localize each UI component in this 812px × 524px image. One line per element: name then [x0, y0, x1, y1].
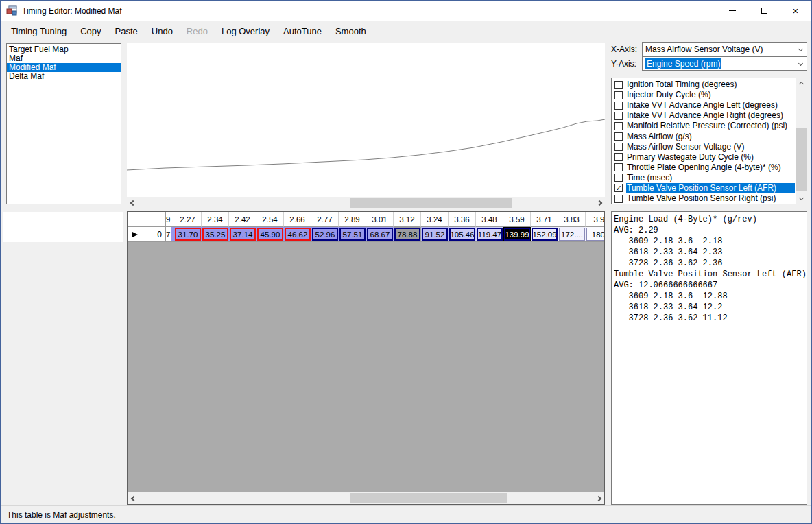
x-axis-value: Mass Airflow Sensor Voltage (V): [645, 45, 763, 54]
x-axis-combobox[interactable]: Mass Airflow Sensor Voltage (V): [642, 42, 807, 56]
param-item-intake-vvt-advance-angle-right-degrees[interactable]: Intake VVT Advance Angle Right (degrees): [613, 110, 795, 121]
table-scroll-right-icon[interactable]: [593, 492, 604, 504]
param-item-tumble-valve-position-sensor-right-psi[interactable]: Tumble Valve Position Sensor Right (psi): [613, 193, 795, 204]
map-list-item-target-fuel-map[interactable]: Target Fuel Map: [7, 45, 121, 54]
column-header-3-83[interactable]: 3.83: [558, 212, 586, 227]
menu-item-redo[interactable]: Redo: [180, 23, 215, 39]
table-hscrollbar[interactable]: [128, 492, 604, 504]
column-header-3-48[interactable]: 3.48: [476, 212, 503, 227]
maf-curve-line: [127, 119, 605, 170]
table-cell-3-83[interactable]: 172....: [558, 227, 586, 242]
clipped-column-header[interactable]: 9: [166, 212, 174, 227]
clipped-column-value[interactable]: 7: [166, 227, 174, 242]
table-cell-2-89[interactable]: 57.51: [339, 227, 366, 242]
column-header-2-89[interactable]: 2.89: [339, 212, 366, 227]
checkbox-icon[interactable]: [614, 132, 623, 141]
param-item-injector-duty-cycle[interactable]: Injector Duty Cycle (%): [613, 90, 795, 100]
column-header-2-34[interactable]: 2.34: [202, 212, 229, 227]
column-header-3-71[interactable]: 3.71: [531, 212, 558, 227]
map-list-item-delta-maf[interactable]: Delta Maf: [7, 72, 121, 81]
table-cell-2-27[interactable]: 31.70: [174, 227, 202, 242]
table-cell-3-36[interactable]: 105.46: [449, 227, 476, 242]
param-scroll-down-icon[interactable]: [796, 192, 807, 204]
chart-scroll-left-icon[interactable]: [127, 197, 139, 209]
y-axis-dropdown-icon[interactable]: [794, 62, 807, 65]
cell-value: 37.14: [230, 228, 256, 241]
column-header-3-9[interactable]: 3.9: [586, 212, 605, 227]
close-button[interactable]: ×: [780, 1, 811, 21]
table-cell-3-9[interactable]: 180.: [586, 227, 605, 242]
column-header-2-54[interactable]: 2.54: [256, 212, 284, 227]
y-axis-combobox[interactable]: Engine Speed (rpm): [642, 56, 807, 71]
x-axis-dropdown-icon[interactable]: [794, 47, 807, 51]
checkbox-icon[interactable]: [614, 102, 623, 110]
column-header-3-24[interactable]: 3.24: [421, 212, 449, 227]
table-cell-3-01[interactable]: 68.67: [366, 227, 394, 242]
status-bar: This table is Maf adjustments.: [1, 505, 811, 523]
table-cell-3-24[interactable]: 91.52: [421, 227, 449, 242]
y-axis-label: Y-Axis:: [611, 59, 636, 69]
table-cell-2-42[interactable]: 37.14: [229, 227, 256, 242]
column-header-2-27[interactable]: 2.27: [174, 212, 202, 227]
param-item-manifold-relative-pressure-corrected-psi[interactable]: Manifold Relative Pressure (Corrected) (…: [613, 121, 795, 131]
chart-scroll-thumb[interactable]: [350, 198, 512, 208]
param-label: Tumble Valve Position Sensor Right (psi): [626, 193, 795, 204]
checkbox-icon[interactable]: [614, 91, 623, 99]
param-item-mass-airflow-g-s[interactable]: Mass Airflow (g/s): [613, 131, 795, 141]
table-cell-3-48[interactable]: 119.47: [476, 227, 503, 242]
menu-item-undo[interactable]: Undo: [145, 23, 180, 39]
param-item-time-msec[interactable]: Time (msec): [613, 173, 795, 183]
row-marker-icon: [132, 232, 138, 237]
param-scroll-thumb[interactable]: [796, 128, 807, 191]
param-item-tumble-valve-position-sensor-left-afr[interactable]: ✓Tumble Valve Position Sensor Left (AFR): [613, 183, 795, 193]
checkbox-icon[interactable]: [614, 174, 623, 182]
menu-item-log-overlay[interactable]: Log Overlay: [215, 23, 276, 39]
column-header-3-59[interactable]: 3.59: [503, 212, 531, 227]
param-item-mass-airflow-sensor-voltage-v[interactable]: Mass Airflow Sensor Voltage (V): [613, 142, 795, 152]
param-item-throttle-plate-opening-angle-4-byte[interactable]: Throttle Plate Opening Angle (4-byte)* (…: [613, 163, 795, 173]
minimize-button[interactable]: [717, 1, 748, 21]
table-cell-3-12[interactable]: 78.88: [394, 227, 421, 242]
table-cell-3-59[interactable]: 139.99: [503, 227, 531, 242]
menu-item-autotune[interactable]: AutoTune: [276, 23, 329, 39]
checkbox-icon[interactable]: [614, 81, 623, 89]
chart-hscrollbar[interactable]: [127, 197, 605, 209]
table-cell-3-71[interactable]: 152.09: [531, 227, 558, 242]
param-item-intake-vvt-advance-angle-left-degrees[interactable]: Intake VVT Advance Angle Left (degrees): [613, 100, 795, 110]
row-header-cell[interactable]: 0: [128, 227, 166, 242]
param-item-primary-wastegate-duty-cycle[interactable]: Primary Wastegate Duty Cycle (%): [613, 152, 795, 163]
table-scroll-thumb[interactable]: [350, 493, 508, 503]
column-header-2-77[interactable]: 2.77: [311, 212, 339, 227]
column-header-3-01[interactable]: 3.01: [366, 212, 394, 227]
checkbox-icon[interactable]: [614, 143, 623, 151]
menu-item-smooth[interactable]: Smooth: [329, 23, 373, 39]
table-cell-2-66[interactable]: 46.62: [284, 227, 311, 242]
param-item-ignition-total-timing-degrees[interactable]: Ignition Total Timing (degrees): [613, 80, 795, 90]
table-cell-2-54[interactable]: 45.90: [256, 227, 284, 242]
checkbox-icon[interactable]: [614, 195, 623, 203]
param-scroll-up-icon[interactable]: [796, 78, 807, 90]
table-cell-2-34[interactable]: 35.25: [202, 227, 229, 242]
window-title: Timing Editor: Modified Maf: [22, 6, 122, 16]
checkbox-checked-icon[interactable]: ✓: [614, 184, 623, 192]
table-scroll-left-icon[interactable]: [128, 492, 139, 504]
column-header-3-12[interactable]: 3.12: [394, 212, 421, 227]
parameter-vscrollbar[interactable]: [796, 78, 807, 204]
menu-item-timing-tuning[interactable]: Timing Tuning: [4, 23, 73, 39]
chart-scroll-right-icon[interactable]: [593, 197, 605, 209]
checkbox-icon[interactable]: [614, 122, 623, 130]
map-list: Target Fuel MapMafModified MafDelta Maf: [6, 43, 121, 204]
maximize-button[interactable]: [748, 1, 780, 21]
menu-item-paste[interactable]: Paste: [108, 23, 145, 39]
column-header-3-36[interactable]: 3.36: [449, 212, 476, 227]
checkbox-icon[interactable]: [614, 153, 623, 161]
checkbox-icon[interactable]: [614, 112, 623, 120]
param-label: Injector Duty Cycle (%): [626, 90, 795, 100]
table-cell-2-77[interactable]: 52.96: [311, 227, 339, 242]
menu-item-copy[interactable]: Copy: [73, 23, 108, 39]
title-bar: Timing Editor: Modified Maf ×: [1, 1, 811, 21]
table-corner-cell[interactable]: [128, 212, 166, 227]
column-header-2-42[interactable]: 2.42: [229, 212, 256, 227]
checkbox-icon[interactable]: [614, 163, 623, 171]
column-header-2-66[interactable]: 2.66: [284, 212, 311, 227]
